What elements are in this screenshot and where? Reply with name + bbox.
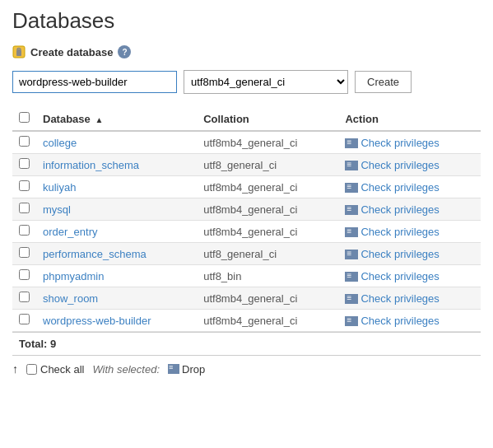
row-checkbox[interactable]: [19, 158, 30, 169]
table-row: performance_schema utf8_general_ci Check…: [12, 243, 481, 265]
db-name-link[interactable]: information_schema: [43, 159, 139, 171]
check-all-label[interactable]: Check all: [40, 363, 84, 376]
row-checkbox[interactable]: [19, 314, 30, 324]
row-checkbox[interactable]: [19, 247, 30, 258]
drop-label[interactable]: Drop: [182, 363, 205, 376]
col-action: Action: [338, 107, 481, 131]
check-privileges-link[interactable]: Check privileges: [360, 248, 439, 260]
db-name-link[interactable]: phpmyadmin: [43, 270, 104, 282]
row-checkbox-cell: [12, 243, 36, 265]
row-collation: utf8mb4_general_ci: [197, 198, 338, 221]
page-title: Databases: [12, 8, 481, 34]
check-privileges-link[interactable]: Check privileges: [360, 159, 439, 171]
help-icon[interactable]: ?: [118, 45, 131, 58]
row-action: Check privileges: [338, 287, 481, 310]
total-label: Total: 9: [12, 332, 481, 355]
action-icon: [345, 272, 358, 282]
row-collation: utf8mb4_general_ci: [197, 310, 338, 332]
databases-table: Database ▲ Collation Action college utf8…: [12, 107, 481, 332]
up-arrow-icon[interactable]: ↑: [12, 362, 18, 376]
row-checkbox[interactable]: [19, 292, 30, 302]
create-db-label[interactable]: Create database: [30, 46, 113, 58]
action-icon: [345, 205, 358, 215]
action-icon: [345, 227, 358, 237]
db-name-link[interactable]: mysql: [43, 203, 71, 216]
with-selected-label: With selected:: [92, 363, 160, 376]
row-action: Check privileges: [338, 310, 481, 332]
row-db-name: show_room: [36, 287, 197, 310]
row-db-name: phpmyadmin: [36, 265, 197, 287]
row-checkbox-cell: [12, 310, 36, 332]
check-privileges-link[interactable]: Check privileges: [360, 292, 439, 305]
row-collation: utf8_general_ci: [197, 154, 338, 176]
row-checkbox-cell: [12, 154, 36, 176]
row-db-name: college: [36, 131, 197, 154]
check-privileges-link[interactable]: Check privileges: [360, 137, 439, 149]
row-checkbox-cell: [12, 176, 36, 198]
row-action: Check privileges: [338, 154, 481, 176]
drop-icon: [168, 364, 179, 374]
table-row: wordpress-web-builder utf8mb4_general_ci…: [12, 310, 481, 332]
row-collation: utf8mb4_general_ci: [197, 287, 338, 310]
collation-select[interactable]: utf8mb4_general_ci utf8_general_ci utf8_…: [184, 70, 348, 94]
db-name-link[interactable]: order_entry: [43, 226, 97, 238]
action-icon: [345, 294, 358, 304]
check-privileges-link[interactable]: Check privileges: [360, 226, 439, 238]
row-checkbox[interactable]: [19, 136, 30, 147]
action-icon: [345, 250, 358, 259]
db-name-input[interactable]: [12, 71, 177, 93]
db-name-link[interactable]: performance_schema: [43, 248, 147, 260]
row-db-name: kuliyah: [36, 176, 197, 198]
row-checkbox-cell: [12, 221, 36, 243]
row-action: Check privileges: [338, 198, 481, 221]
row-collation: utf8mb4_general_ci: [197, 221, 338, 243]
footer-check-all-checkbox[interactable]: [26, 364, 37, 375]
row-checkbox[interactable]: [19, 269, 30, 280]
check-privileges-link[interactable]: Check privileges: [360, 315, 439, 327]
table-row: show_room utf8mb4_general_ci Check privi…: [12, 287, 481, 310]
col-database[interactable]: Database ▲: [36, 107, 197, 131]
db-name-link[interactable]: kuliyah: [43, 181, 76, 194]
action-icon: [345, 138, 358, 148]
table-row: information_schema utf8_general_ci Check…: [12, 154, 481, 176]
drop-button[interactable]: Drop: [168, 363, 205, 376]
row-action: Check privileges: [338, 221, 481, 243]
create-button[interactable]: Create: [355, 71, 412, 93]
row-checkbox-cell: [12, 287, 36, 310]
row-db-name: performance_schema: [36, 243, 197, 265]
row-collation: utf8_bin: [197, 265, 338, 287]
row-checkbox-cell: [12, 265, 36, 287]
row-db-name: mysql: [36, 198, 197, 221]
row-checkbox[interactable]: [19, 225, 30, 236]
row-collation: utf8_general_ci: [197, 243, 338, 265]
db-name-link[interactable]: college: [43, 137, 77, 149]
row-checkbox-cell: [12, 131, 36, 154]
db-name-link[interactable]: show_room: [43, 292, 98, 305]
action-icon: [345, 183, 358, 193]
row-collation: utf8mb4_general_ci: [197, 131, 338, 154]
action-icon: [345, 316, 358, 326]
check-privileges-link[interactable]: Check privileges: [360, 181, 439, 194]
row-checkbox[interactable]: [19, 180, 30, 191]
row-checkbox[interactable]: [19, 203, 30, 213]
row-collation: utf8mb4_general_ci: [197, 176, 338, 198]
row-action: Check privileges: [338, 176, 481, 198]
svg-rect-3: [18, 49, 20, 52]
row-checkbox-cell: [12, 198, 36, 221]
table-row: order_entry utf8mb4_general_ci Check pri…: [12, 221, 481, 243]
create-db-icon: [12, 45, 26, 58]
db-name-link[interactable]: wordpress-web-builder: [43, 315, 151, 327]
sort-arrow-icon: ▲: [95, 115, 103, 124]
row-db-name: information_schema: [36, 154, 197, 176]
table-row: phpmyadmin utf8_bin Check privileges: [12, 265, 481, 287]
col-checkbox: [12, 107, 36, 131]
row-db-name: wordpress-web-builder: [36, 310, 197, 332]
select-all-checkbox[interactable]: [19, 112, 30, 123]
check-all-container: Check all: [26, 363, 84, 376]
row-action: Check privileges: [338, 265, 481, 287]
check-privileges-link[interactable]: Check privileges: [360, 203, 439, 216]
check-privileges-link[interactable]: Check privileges: [360, 270, 439, 282]
table-row: mysql utf8mb4_general_ci Check privilege…: [12, 198, 481, 221]
row-action: Check privileges: [338, 131, 481, 154]
row-db-name: order_entry: [36, 221, 197, 243]
